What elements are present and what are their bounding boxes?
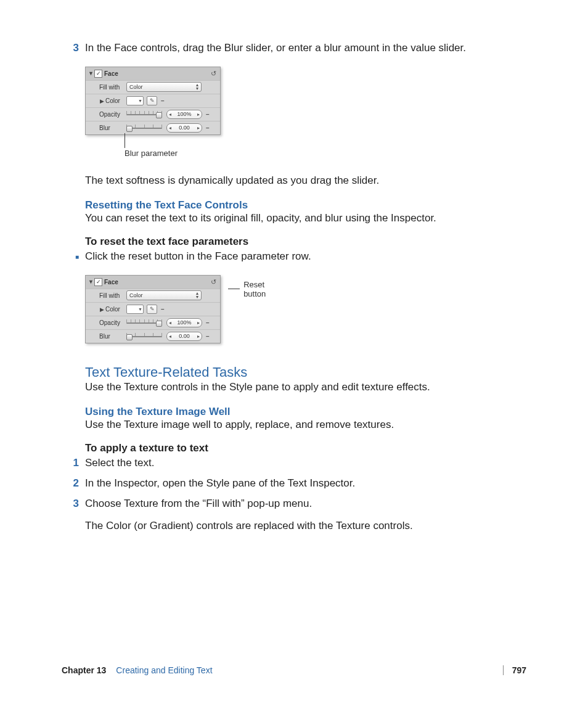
footer-page-number: 797	[503, 665, 526, 675]
fillwith-label: Fill with	[88, 292, 126, 299]
footer-chapter: Chapter 13	[62, 665, 106, 675]
row-handle-icon: –	[161, 97, 165, 104]
body-text: Use the Texture image well to apply, rep…	[85, 418, 526, 432]
blur-value: 0.00	[179, 125, 190, 131]
step-text: Click the reset button in the Face param…	[85, 250, 526, 264]
callout-blur-parameter: Blur parameter	[125, 135, 526, 158]
stepper-left-icon: ◂	[169, 334, 171, 339]
face-label: Face	[104, 279, 118, 285]
face-panel: ▼ ✓ Face ↺ Fill with Color ▴▾ ▶Color	[85, 275, 221, 343]
colorwell-arrow-icon: ▼	[138, 99, 142, 103]
opacity-value: 100%	[177, 111, 191, 117]
eyedropper-button[interactable]: ✎	[147, 96, 157, 105]
color-label: ▶Color	[88, 97, 126, 104]
step-text: Choose Texture from the “Fill with” pop-…	[85, 497, 526, 511]
fillwith-value: Color	[129, 84, 143, 90]
step-number: 3	[62, 498, 85, 510]
color-well[interactable]: ▼	[126, 305, 144, 314]
step-text: In the Inspector, open the Style pane of…	[85, 477, 526, 491]
stepper-right-icon: ▸	[197, 125, 200, 131]
step-number: 2	[62, 477, 85, 490]
opacity-value-stepper[interactable]: ◂ 100% ▸	[166, 318, 202, 327]
opacity-label: Opacity	[88, 111, 126, 118]
step-number: 1	[62, 457, 85, 469]
body-text: Use the Texture controls in the Style pa…	[85, 380, 526, 395]
body-text: The text softness is dynamically updated…	[85, 174, 526, 188]
reset-icon[interactable]: ↺	[211, 278, 216, 286]
stepper-right-icon: ▸	[197, 334, 200, 339]
heading-resetting: Resetting the Text Face Controls	[85, 199, 526, 211]
face-checkbox[interactable]: ✓	[94, 278, 102, 286]
page-footer: Chapter 13 Creating and Editing Text 797	[62, 665, 526, 675]
opacity-slider[interactable]	[126, 318, 162, 327]
blur-slider[interactable]	[126, 123, 162, 132]
opacity-value: 100%	[177, 319, 191, 326]
row-handle-icon: –	[206, 333, 210, 340]
heading-apply-texture: To apply a texture to text	[85, 442, 526, 454]
body-text: The Color (or Gradient) controls are rep…	[85, 519, 526, 533]
heading-texture-well: Using the Texture Image Well	[85, 406, 526, 418]
row-handle-icon: –	[206, 111, 210, 118]
stepper-right-icon: ▸	[197, 112, 200, 117]
row-handle-icon: –	[161, 306, 165, 313]
popup-arrows-icon: ▴▾	[196, 292, 198, 299]
colorwell-arrow-icon: ▼	[138, 307, 142, 311]
row-handle-icon: –	[206, 125, 210, 131]
color-label: ▶Color	[88, 306, 126, 313]
popup-arrows-icon: ▴▾	[196, 83, 198, 91]
row-handle-icon: –	[206, 319, 210, 326]
opacity-value-stepper[interactable]: ◂ 100% ▸	[166, 110, 202, 119]
stepper-left-icon: ◂	[169, 125, 171, 131]
blur-label: Blur	[88, 125, 126, 131]
eyedropper-button[interactable]: ✎	[147, 305, 157, 314]
reset-icon[interactable]: ↺	[211, 70, 216, 78]
disclosure-triangle-icon[interactable]: ▼	[88, 279, 93, 285]
blur-value: 0.00	[179, 333, 190, 339]
blur-value-stepper[interactable]: ◂ 0.00 ▸	[166, 123, 202, 133]
heading-section: Text Texture-Related Tasks	[85, 364, 526, 380]
face-checkbox[interactable]: ✓	[94, 70, 102, 78]
face-label: Face	[104, 70, 118, 77]
fillwith-value: Color	[129, 292, 143, 298]
blur-value-stepper[interactable]: ◂ 0.00 ▸	[166, 332, 202, 341]
fillwith-popup[interactable]: Color ▴▾	[126, 290, 202, 300]
color-disclosure-icon[interactable]: ▶	[99, 98, 104, 104]
blur-slider[interactable]	[126, 332, 162, 340]
blur-label: Blur	[88, 333, 126, 340]
step-number: 3	[62, 42, 85, 54]
footer-title: Creating and Editing Text	[116, 665, 212, 675]
fillwith-popup[interactable]: Color ▴▾	[126, 82, 202, 92]
body-text: You can reset the text to its original f…	[85, 211, 526, 226]
fillwith-label: Fill with	[88, 84, 126, 91]
color-disclosure-icon[interactable]: ▶	[99, 306, 104, 313]
stepper-left-icon: ◂	[169, 112, 171, 117]
face-panel: ▼ ✓ Face ↺ Fill with Color ▴▾ ▶Color	[85, 67, 221, 135]
opacity-slider[interactable]	[126, 110, 162, 118]
step-text: In the Face controls, drag the Blur slid…	[85, 41, 526, 55]
color-well[interactable]: ▼	[126, 96, 144, 105]
step-text: Select the text.	[85, 456, 526, 470]
stepper-left-icon: ◂	[169, 320, 171, 326]
opacity-label: Opacity	[88, 319, 126, 326]
disclosure-triangle-icon[interactable]: ▼	[88, 70, 93, 76]
heading-reset-steps: To reset the text face parameters	[85, 236, 526, 248]
stepper-right-icon: ▸	[197, 320, 200, 326]
bullet-icon: ■	[62, 253, 85, 260]
callout-reset-button: Reset button	[228, 280, 272, 298]
